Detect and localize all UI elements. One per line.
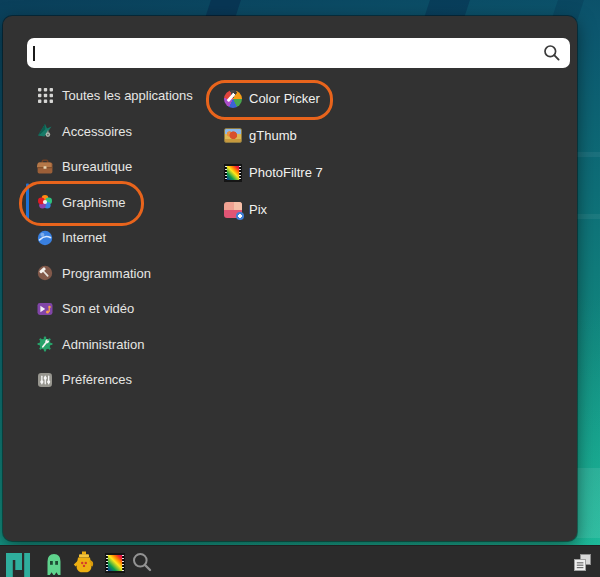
sidebar-item-programmation[interactable]: Programmation [37,256,193,292]
sidebar-item-administration[interactable]: Administration [37,327,193,363]
sidebar-item-label: Accessoires [62,124,132,139]
manjaro-menu-button[interactable] [6,553,30,577]
sidebar-item-label: Bureautique [62,159,132,174]
pamac-ghost-icon[interactable] [46,553,62,575]
rainbow-filmstrip-icon [224,164,242,182]
sidebar-item-toutes-les-applications[interactable]: Toutes les applications [37,78,193,114]
sidebar-item-label: Programmation [62,266,151,281]
sidebar-item-internet[interactable]: Internet [37,220,193,256]
app-item-label: Pix [249,202,267,217]
sidebar-item-label: Administration [62,337,144,352]
app-item-label: Color Picker [249,91,320,106]
sidebar-item-label: Graphisme [62,195,126,210]
app-item-label: PhotoFiltre 7 [249,165,323,180]
globe-icon [37,230,53,246]
show-desktop-button[interactable] [574,554,591,571]
sidebar-item-accessoires[interactable]: Accessoires [37,114,193,150]
sidebar-item-graphisme[interactable]: Graphisme [37,185,193,221]
sidebar-item-bureautique[interactable]: Bureautique [37,149,193,185]
app-item-pix[interactable]: Pix [224,191,323,228]
wallpaper-streak [577,214,600,219]
sidebar-item-label: Internet [62,230,106,245]
accessories-icon [37,123,53,139]
text-cursor [33,46,35,61]
teapot-icon[interactable] [73,551,95,575]
sidebar-item-son-et-video[interactable]: Son et vidéo [37,291,193,327]
media-play-note-icon [37,301,53,317]
grid-icon [37,88,53,104]
sidebar-item-label: Préférences [62,372,132,387]
search-task-icon[interactable] [132,552,152,572]
app-item-photofiltre-7[interactable]: PhotoFiltre 7 [224,154,323,191]
sidebar-item-preferences[interactable]: Préférences [37,362,193,398]
taskbar [0,545,600,577]
app-item-color-picker[interactable]: Color Picker [224,80,323,117]
search-icon [543,44,561,62]
application-menu-panel: Toutes les applications Accessoires [3,16,577,541]
photofiltre-task-icon[interactable] [105,553,125,573]
graphics-pinwheel-icon [37,194,53,210]
briefcase-icon [37,159,53,175]
wallpaper-streak [577,152,600,157]
gear-wrench-icon [37,336,53,352]
category-list: Toutes les applications Accessoires [37,78,193,398]
app-item-label: gThumb [249,128,297,143]
app-item-gthumb[interactable]: gThumb [224,117,323,154]
search-input[interactable] [27,38,570,68]
sidebar-item-label: Toutes les applications [62,88,193,103]
sliders-icon [37,372,53,388]
pix-picture-icon [224,201,242,219]
wallpaper-streak [577,468,600,538]
sidebar-item-label: Son et vidéo [62,301,134,316]
color-wheel-icon [224,90,242,108]
gthumb-picture-icon [224,127,242,145]
application-list: Color Picker gThumb PhotoFiltre 7 Pix [224,80,323,228]
hammer-icon [37,265,53,281]
